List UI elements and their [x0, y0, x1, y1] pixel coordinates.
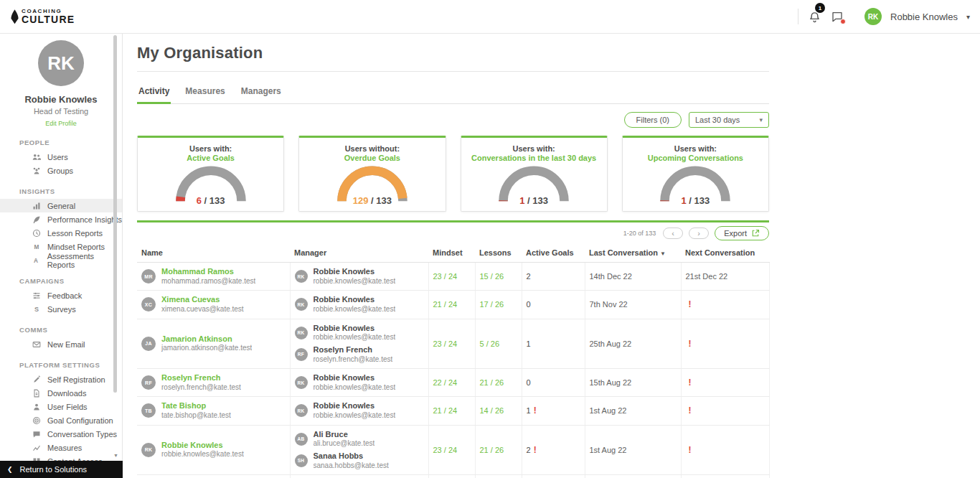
mindset-icon: M [32, 242, 41, 251]
alert-icon: ! [689, 378, 692, 388]
sidebar-item-users[interactable]: Users [0, 150, 122, 164]
last-conversation-date: 7th Nov 22 [590, 300, 628, 309]
edit-profile-link[interactable]: Edit Profile [45, 120, 77, 127]
lessons-score-link[interactable]: 17 / 26 [480, 300, 504, 309]
sidebar-item-label: Surveys [47, 305, 76, 314]
mindset-score-link[interactable]: 23 / 24 [433, 339, 458, 348]
manager-entry: SH Sanaa Hobbssanaa.hobbs@kate.test [295, 450, 424, 472]
tab-activity[interactable]: Activity [137, 82, 171, 104]
column-header-lessons[interactable]: Lessons [475, 243, 522, 263]
general-icon [32, 201, 41, 210]
lessons-score-link[interactable]: 15 / 26 [480, 272, 504, 281]
active-goals-cell: 2! [522, 425, 585, 475]
sidebar-item-groups[interactable]: Groups [0, 164, 122, 177]
user-name-link[interactable]: Robbie Knowles [161, 441, 244, 451]
column-header-name[interactable]: Name [137, 243, 290, 263]
active-goals-cell: 1! [522, 475, 585, 478]
lessons-score-link[interactable]: 21 / 26 [480, 378, 504, 387]
prev-page-button[interactable]: ‹ [663, 228, 683, 239]
return-to-solutions-button[interactable]: ❮ Return to Solutions [0, 461, 123, 478]
alert-icon: ! [689, 299, 692, 309]
card-subtitle: Conversations in the last 30 days [464, 154, 604, 162]
tab-managers[interactable]: Managers [240, 82, 283, 104]
sidebar-scrollbar[interactable] [113, 35, 117, 393]
export-icon [751, 229, 760, 238]
sidebar-item-performance-insights[interactable]: Performance Insights [0, 212, 122, 226]
next-page-button[interactable]: › [689, 228, 709, 239]
profile-name: Robbie Knowles [0, 94, 122, 105]
user-name-link[interactable]: Ximena Cuevas [161, 295, 244, 305]
manager-email: roselyn.french@kate.test [314, 355, 393, 365]
conversation-icon [32, 429, 41, 439]
user-name-link[interactable]: Roselyn French [161, 373, 241, 383]
lessons-score-link[interactable]: 21 / 26 [480, 446, 504, 454]
profile-role: Head of Testing [0, 107, 122, 116]
sidebar-item-lesson-reports[interactable]: Lesson Reports [0, 226, 122, 240]
user-name-link[interactable]: Mohammad Ramos [161, 267, 255, 277]
mindset-score-link[interactable]: 22 / 24 [433, 378, 458, 387]
mindset-score-link[interactable]: 23 / 24 [433, 272, 458, 281]
sidebar-item-general[interactable]: General [0, 199, 122, 212]
messages-button[interactable] [830, 9, 844, 24]
nav-section-heading-comms: COMMS [0, 326, 122, 337]
mindset-score-link[interactable]: 21 / 24 [433, 406, 458, 415]
last-conversation-cell: 15th Aug 22 [585, 369, 681, 397]
sort-desc-icon: ▼ [660, 250, 666, 257]
mindset-score-link[interactable]: 21 / 24 [433, 300, 458, 309]
sidebar-item-conversation-types[interactable]: Conversation Types [0, 427, 122, 441]
alert-icon: ! [689, 445, 692, 455]
manager-avatar: RF [295, 348, 308, 361]
user-email: jamarion.atkinson@kate.test [161, 344, 252, 353]
user-avatar[interactable]: RK [864, 8, 882, 25]
user-menu-name[interactable]: Robbie Knowles [890, 11, 958, 22]
card-subtitle: Active Goals [141, 154, 281, 162]
user-email: roselyn.french@kate.test [161, 383, 241, 393]
stat-card-4: Users with: Upcoming Conversations 1 / 1… [622, 136, 769, 212]
lesson-icon [32, 228, 41, 238]
user-name-link[interactable]: Jamarion Atkinson [161, 334, 252, 345]
svg-text:A: A [34, 258, 38, 264]
name-cell: XC Ximena Cuevasximena.cuevas@kate.test [137, 291, 290, 319]
notifications-button[interactable]: 1 [807, 9, 821, 24]
svg-text:S: S [34, 306, 38, 313]
section-divider [137, 220, 769, 222]
sidebar-item-measures[interactable]: Measures [0, 441, 122, 454]
chevron-down-icon[interactable]: ▾ [966, 13, 970, 21]
sidebar-item-goal-configuration[interactable]: Goal Configuration [0, 413, 122, 427]
lessons-score-link[interactable]: 14 / 26 [480, 406, 504, 415]
sidebar-item-new-email[interactable]: New Email [0, 337, 122, 351]
column-header-last-conversation[interactable]: Last Conversation ▼ [585, 243, 681, 263]
sidebar-item-assessments-reports[interactable]: A Assessments Reports [0, 253, 122, 267]
user-avatar: RK [141, 443, 156, 457]
mindset-score-link[interactable]: 23 / 24 [433, 446, 458, 454]
coaching-culture-logo[interactable]: COACHING CULTURE [10, 9, 75, 24]
date-range-select[interactable]: Last 30 days ▾ [689, 112, 769, 128]
user-avatar: MR [141, 269, 156, 283]
sidebar-item-feedback[interactable]: Feedback [0, 289, 122, 302]
export-button[interactable]: Export [715, 226, 769, 240]
next-conversation-cell: ! [681, 425, 769, 475]
sidebar-item-downloads[interactable]: Downloads [0, 386, 122, 400]
last-conversation-cell: 1st Aug 22 [585, 425, 681, 475]
lessons-score-link[interactable]: 5 / 26 [480, 339, 500, 348]
user-email: ximena.cuevas@kate.test [161, 305, 244, 314]
manager-entry: RK Robbie Knowlesrobbie.knowles@kate.tes… [295, 400, 424, 421]
column-header-mindset[interactable]: Mindset [428, 243, 475, 263]
topbar-divider [798, 9, 798, 24]
column-header-next-conversation[interactable]: Next Conversation [681, 243, 769, 263]
filters-button[interactable]: Filters (0) [624, 112, 682, 128]
tab-measures[interactable]: Measures [184, 82, 226, 104]
nav-section-heading-insights: INSIGHTS [0, 187, 122, 199]
sidebar-item-self-registration[interactable]: Self Registration [0, 372, 122, 386]
manager-entry: RK Robbie Knowlesrobbie.knowles@kate.tes… [295, 322, 424, 344]
stat-card-1: Users with: Active Goals 6 / 133 [137, 136, 284, 212]
manager-avatar: RK [295, 270, 308, 283]
sidebar-item-surveys[interactable]: S Surveys [0, 302, 122, 316]
manager-email: robbie.knowles@kate.test [314, 411, 396, 421]
user-name-link[interactable]: Tate Bishop [161, 401, 231, 411]
column-header-active-goals[interactable]: Active Goals [522, 243, 585, 263]
scroll-down-icon[interactable]: ▼ [113, 453, 118, 458]
column-header-manager[interactable]: Manager [290, 243, 428, 263]
sidebar-item-user-fields[interactable]: User Fields [0, 400, 122, 413]
manager-cell: RK Robbie Knowlesrobbie.knowles@kate.tes… [290, 291, 428, 319]
